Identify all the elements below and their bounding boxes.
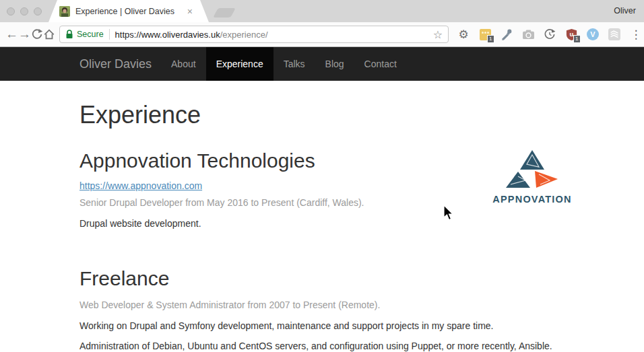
site-navbar: Oliver Davies About Experience Talks Blo…	[0, 47, 644, 81]
section-paragraph: Working on Drupal and Symfony developmen…	[79, 319, 565, 332]
browser-toolbar: ← → Secure https://www.oliverdavies.uk/e…	[0, 22, 644, 47]
svg-text:V: V	[590, 30, 595, 38]
browser-tab[interactable]: Experience | Oliver Davies ×	[49, 0, 209, 22]
tab-close-icon[interactable]: ×	[187, 7, 193, 16]
section-heading: Freelance	[79, 267, 565, 290]
vimium-extension-icon[interactable]: V	[585, 26, 601, 42]
window-minimize-button[interactable]	[20, 7, 28, 15]
camera-extension-icon[interactable]	[520, 26, 536, 42]
page-content: Experience Appnovation Technologies http…	[0, 81, 644, 352]
settings-gear-icon[interactable]: ⚙	[455, 26, 472, 42]
ublock-extension-badge: 1	[573, 35, 581, 43]
layers-extension-icon[interactable]	[606, 26, 622, 42]
nav-item-about[interactable]: About	[161, 47, 206, 81]
role-summary: Web Developer & System Administrator fro…	[79, 298, 565, 312]
new-tab-button[interactable]	[213, 8, 235, 17]
window-close-button[interactable]	[7, 7, 15, 15]
address-bar[interactable]: Secure https://www.oliverdavies.uk/exper…	[59, 26, 449, 43]
experience-section-freelance: Freelance Web Developer & System Adminis…	[79, 267, 565, 352]
url-host: https://www.oliverdavies.uk	[115, 30, 220, 40]
url-path: /experience/	[220, 30, 268, 40]
appnovation-link[interactable]: https://www.appnovation.com	[79, 180, 202, 191]
window-controls	[7, 7, 42, 15]
section-paragraph: Administration of Debian, Ubuntu and Cen…	[79, 339, 565, 352]
bookmark-star-icon[interactable]: ☆	[433, 28, 443, 41]
omnibox-divider	[109, 29, 110, 40]
url-text[interactable]: https://www.oliverdavies.uk/experience/	[115, 30, 429, 40]
ublock-extension-icon[interactable]: u 1	[563, 26, 579, 42]
forward-button[interactable]: →	[18, 25, 31, 44]
appnovation-logo: APPNOVATION	[492, 149, 573, 205]
appnovation-logo-icon	[500, 149, 565, 188]
browser-menu-icon[interactable]: ⋮	[628, 26, 644, 42]
secure-label[interactable]: Secure	[77, 30, 104, 39]
back-button[interactable]: ←	[5, 25, 18, 44]
nav-item-experience[interactable]: Experience	[206, 47, 273, 81]
nav-item-blog[interactable]: Blog	[315, 47, 354, 81]
nav-item-contact[interactable]: Contact	[354, 47, 407, 81]
window-zoom-button[interactable]	[34, 7, 42, 15]
notes-extension-icon[interactable]: 1	[477, 26, 493, 42]
secure-lock-icon	[65, 30, 73, 39]
reload-button[interactable]	[31, 25, 43, 44]
home-button[interactable]	[43, 25, 55, 44]
profile-name[interactable]: Oliver	[614, 6, 636, 15]
brand-link[interactable]: Oliver Davies	[79, 47, 152, 81]
tab-strip: Experience | Oliver Davies × Oliver	[0, 0, 644, 22]
nav-item-talks[interactable]: Talks	[273, 47, 315, 81]
section-paragraph: Drupal website development.	[79, 217, 565, 230]
tab-title: Experience | Oliver Davies	[75, 7, 182, 16]
session-refresh-extension-icon[interactable]	[542, 26, 558, 42]
eyedropper-extension-icon[interactable]	[498, 26, 515, 42]
page-title: Experience	[79, 101, 565, 129]
tab-favicon-icon	[59, 6, 70, 17]
extensions-area: ⚙ 1	[455, 26, 644, 42]
notes-extension-badge: 1	[487, 35, 494, 43]
appnovation-wordmark: APPNOVATION	[492, 194, 573, 205]
